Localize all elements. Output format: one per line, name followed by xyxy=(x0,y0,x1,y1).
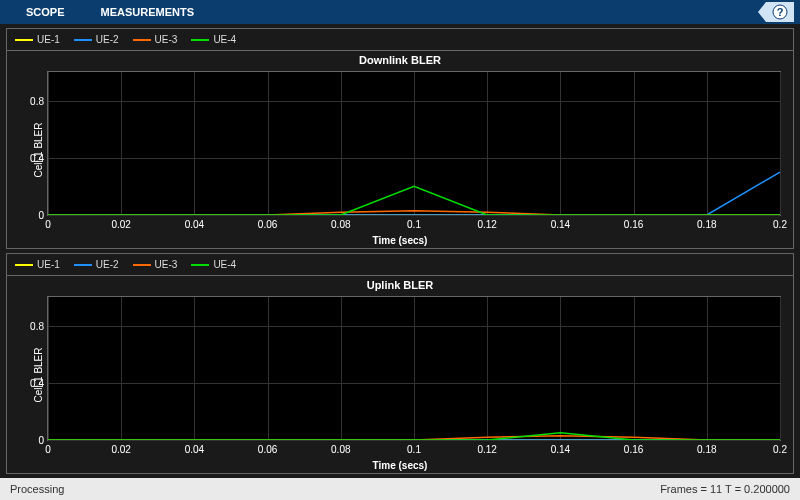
xlabel-downlink: Time (secs) xyxy=(373,235,428,246)
legend-swatch xyxy=(133,264,151,266)
xtick: 0.16 xyxy=(624,219,643,230)
xtick: 0.04 xyxy=(185,444,204,455)
status-left: Processing xyxy=(10,483,64,495)
chart-title-downlink: Downlink BLER xyxy=(7,51,793,69)
help-icon: ? xyxy=(758,2,794,22)
xtick: 0.06 xyxy=(258,219,277,230)
legend-item-ue-3[interactable]: UE-3 xyxy=(133,34,178,45)
legend-item-ue-2[interactable]: UE-2 xyxy=(74,34,119,45)
legend-swatch xyxy=(191,39,209,41)
xtick: 0 xyxy=(45,444,51,455)
status-bar: Processing Frames = 11 T = 0.200000 xyxy=(0,478,800,500)
xtick: 0.2 xyxy=(773,444,787,455)
legend-label: UE-1 xyxy=(37,34,60,45)
xtick: 0.02 xyxy=(111,219,130,230)
xtick: 0.16 xyxy=(624,444,643,455)
legend-label: UE-1 xyxy=(37,259,60,270)
xtick: 0 xyxy=(45,219,51,230)
tab-scope[interactable]: SCOPE xyxy=(8,6,83,18)
xtick: 0.04 xyxy=(185,219,204,230)
legend-item-ue-3[interactable]: UE-3 xyxy=(133,259,178,270)
legend-label: UE-4 xyxy=(213,34,236,45)
legend-label: UE-3 xyxy=(155,34,178,45)
xtick: 0.02 xyxy=(111,444,130,455)
svg-text:?: ? xyxy=(777,6,784,18)
plot-downlink[interactable]: 00.40.800.020.040.060.080.10.120.140.160… xyxy=(47,71,781,216)
xtick: 0.18 xyxy=(697,444,716,455)
ytick: 0.4 xyxy=(30,152,44,163)
status-right: Frames = 11 T = 0.200000 xyxy=(660,483,790,495)
legend-item-ue-1[interactable]: UE-1 xyxy=(15,34,60,45)
xtick: 0.08 xyxy=(331,444,350,455)
xtick: 0.14 xyxy=(551,219,570,230)
header-bar: SCOPE MEASUREMENTS ? xyxy=(0,0,800,24)
ylabel-uplink: Cell-1 BLER xyxy=(33,347,44,402)
legend-label: UE-2 xyxy=(96,259,119,270)
legend-label: UE-2 xyxy=(96,34,119,45)
xtick: 0.18 xyxy=(697,219,716,230)
xtick: 0.08 xyxy=(331,219,350,230)
legend-item-ue-2[interactable]: UE-2 xyxy=(74,259,119,270)
legend-swatch xyxy=(133,39,151,41)
legend-swatch xyxy=(191,264,209,266)
panel-uplink: UE-1UE-2UE-3UE-4 Uplink BLER Cell-1 BLER… xyxy=(6,253,794,474)
panels-container: UE-1UE-2UE-3UE-4 Downlink BLER Cell-1 BL… xyxy=(0,24,800,478)
plot-uplink[interactable]: 00.40.800.020.040.060.080.10.120.140.160… xyxy=(47,296,781,441)
ytick: 0.4 xyxy=(30,377,44,388)
tab-measurements[interactable]: MEASUREMENTS xyxy=(83,6,213,18)
panel-downlink: UE-1UE-2UE-3UE-4 Downlink BLER Cell-1 BL… xyxy=(6,28,794,249)
xtick: 0.2 xyxy=(773,219,787,230)
legend-item-ue-4[interactable]: UE-4 xyxy=(191,259,236,270)
xtick: 0.1 xyxy=(407,444,421,455)
ytick: 0 xyxy=(38,435,44,446)
xtick: 0.1 xyxy=(407,219,421,230)
series-ue-2 xyxy=(48,172,780,215)
xtick: 0.12 xyxy=(477,219,496,230)
chart-title-uplink: Uplink BLER xyxy=(7,276,793,294)
help-button[interactable]: ? xyxy=(756,0,796,24)
ytick: 0.8 xyxy=(30,320,44,331)
xtick: 0.14 xyxy=(551,444,570,455)
xtick: 0.12 xyxy=(477,444,496,455)
ytick: 0 xyxy=(38,210,44,221)
legend-label: UE-4 xyxy=(213,259,236,270)
legend-label: UE-3 xyxy=(155,259,178,270)
xlabel-uplink: Time (secs) xyxy=(373,460,428,471)
legend-swatch xyxy=(15,264,33,266)
legend-downlink: UE-1UE-2UE-3UE-4 xyxy=(7,29,793,51)
xtick: 0.06 xyxy=(258,444,277,455)
legend-swatch xyxy=(15,39,33,41)
legend-swatch xyxy=(74,39,92,41)
legend-item-ue-1[interactable]: UE-1 xyxy=(15,259,60,270)
legend-uplink: UE-1UE-2UE-3UE-4 xyxy=(7,254,793,276)
ytick: 0.8 xyxy=(30,95,44,106)
legend-item-ue-4[interactable]: UE-4 xyxy=(191,34,236,45)
legend-swatch xyxy=(74,264,92,266)
ylabel-downlink: Cell-1 BLER xyxy=(33,122,44,177)
